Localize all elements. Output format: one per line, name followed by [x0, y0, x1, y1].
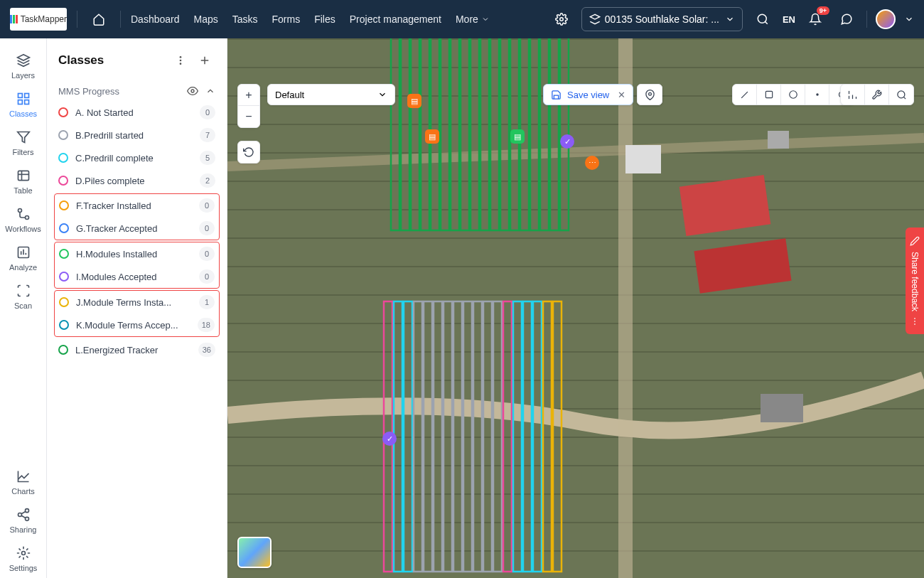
- table-icon: [16, 168, 31, 183]
- svg-point-83: [816, 93, 819, 96]
- class-item[interactable]: D.Piles complete2: [54, 169, 220, 192]
- class-label: D.Piles complete: [75, 176, 193, 186]
- rail-charts[interactable]: Charts: [9, 463, 38, 501]
- logo[interactable]: TaskMapper: [10, 8, 67, 31]
- chevron-down-icon[interactable]: [904, 14, 914, 24]
- nav-more[interactable]: More: [456, 14, 490, 25]
- nav-forms[interactable]: Forms: [272, 14, 301, 25]
- class-item[interactable]: L.Energized Tracker36: [54, 338, 220, 361]
- zoom-in-button[interactable]: +: [238, 85, 259, 106]
- svg-point-89: [897, 90, 904, 97]
- svg-rect-49: [490, 38, 499, 230]
- class-item[interactable]: A. Not Started0: [54, 101, 220, 124]
- class-count: 0: [199, 269, 215, 284]
- chat-icon[interactable]: [835, 8, 858, 31]
- layers-icon: [16, 53, 31, 68]
- line-tool-icon[interactable]: [733, 84, 757, 105]
- map-marker-more[interactable]: ⋯: [585, 156, 599, 170]
- share-icon: [16, 507, 31, 523]
- svg-rect-47: [471, 38, 479, 230]
- class-item[interactable]: J.Module Terms Insta...1: [55, 291, 219, 314]
- svg-point-0: [560, 18, 564, 21]
- dot-tool-icon[interactable]: [805, 84, 829, 105]
- class-item[interactable]: H.Modules Installed0: [55, 242, 219, 265]
- chevron-up-icon[interactable]: [205, 86, 215, 96]
- rail-table[interactable]: Table: [5, 162, 41, 200]
- funnel-icon: [16, 129, 31, 145]
- panel-title: Classes: [58, 53, 104, 68]
- svg-line-3: [765, 21, 767, 23]
- class-item[interactable]: I.Modules Accepted0: [55, 265, 219, 288]
- home-icon[interactable]: [87, 8, 110, 31]
- nav-dashboard[interactable]: Dashboard: [131, 14, 180, 25]
- rail-scan[interactable]: Scan: [5, 277, 41, 316]
- rail-classes[interactable]: Classes: [5, 85, 41, 124]
- svg-point-14: [25, 216, 28, 220]
- topbar: TaskMapper Dashboard Maps Tasks Forms Fi…: [0, 0, 924, 38]
- class-count: 0: [199, 221, 215, 235]
- search-tool-icon[interactable]: [889, 84, 913, 105]
- project-selector[interactable]: 00135 Southlake Solar: ...: [581, 7, 743, 31]
- svg-line-22: [21, 515, 26, 518]
- settings-gear-icon[interactable]: [550, 8, 573, 31]
- circle-tool-icon[interactable]: [781, 84, 805, 105]
- nav-project-management[interactable]: Project management: [350, 14, 441, 25]
- panel-menu-icon[interactable]: [170, 50, 191, 71]
- rail-workflows[interactable]: Workflows: [5, 200, 41, 239]
- language-selector[interactable]: EN: [783, 14, 795, 25]
- class-item[interactable]: B.Predrill started7: [54, 124, 220, 146]
- reset-rotation-button[interactable]: [238, 141, 259, 163]
- add-class-button[interactable]: [194, 50, 215, 71]
- rail-layers[interactable]: Layers: [5, 47, 41, 85]
- feedback-tab[interactable]: Share feedback ⋯: [906, 228, 924, 334]
- more-icon: ⋯: [910, 317, 920, 326]
- search-icon[interactable]: [751, 8, 774, 31]
- class-item[interactable]: C.Predrill complete5: [54, 146, 220, 169]
- map-marker-check[interactable]: ✓: [382, 432, 397, 446]
- rail-label: Scan: [14, 301, 32, 310]
- svg-rect-45: [451, 38, 459, 230]
- rail-filters[interactable]: Filters: [5, 124, 41, 162]
- rail-label: Sharing: [10, 525, 37, 534]
- wrench-tool-icon[interactable]: [865, 84, 889, 105]
- svg-rect-61: [424, 301, 432, 572]
- rail-sharing[interactable]: Sharing: [9, 501, 38, 540]
- svg-rect-65: [463, 301, 472, 572]
- save-view-button[interactable]: Save view ✕: [543, 84, 633, 105]
- adjust-tool-icon[interactable]: [841, 84, 865, 105]
- close-icon[interactable]: ✕: [618, 90, 625, 100]
- view-selector[interactable]: Default: [267, 84, 395, 105]
- nav-tasks[interactable]: Tasks: [232, 14, 258, 25]
- class-item[interactable]: G.Tracker Accepted0: [55, 217, 219, 240]
- svg-rect-10: [18, 171, 28, 180]
- eye-icon[interactable]: [187, 85, 198, 97]
- svg-point-20: [18, 513, 21, 517]
- rail-label: Layers: [11, 71, 35, 80]
- map-canvas[interactable]: ▤ ▤ ▤ ✓ ⋯ ✓ + − Default Save view ✕: [227, 38, 924, 578]
- rail-analyze[interactable]: Analyze: [5, 239, 41, 277]
- nav-files[interactable]: Files: [314, 14, 335, 25]
- linechart-icon: [16, 469, 31, 484]
- avatar[interactable]: [876, 9, 896, 29]
- square-tool-icon[interactable]: [757, 84, 781, 105]
- class-item[interactable]: F.Tracker Installed0: [55, 194, 219, 217]
- class-count: 0: [199, 247, 215, 261]
- map-marker-task[interactable]: ▤: [425, 129, 439, 144]
- map-marker-task[interactable]: ▤: [407, 94, 421, 108]
- class-swatch: [59, 272, 69, 282]
- basemap-toggle[interactable]: [237, 537, 272, 568]
- pencil-icon: [910, 236, 920, 246]
- rail-label: Settings: [9, 564, 38, 572]
- rail-settings[interactable]: Settings: [9, 540, 38, 578]
- class-item[interactable]: K.Module Terms Accep...18: [55, 314, 219, 336]
- svg-point-2: [758, 14, 766, 23]
- pin-tool-icon[interactable]: [638, 90, 662, 100]
- svg-rect-6: [24, 94, 28, 98]
- map-marker-task[interactable]: ▤: [510, 129, 525, 144]
- svg-rect-72: [533, 301, 542, 572]
- zoom-controls: + −: [237, 84, 260, 128]
- map-marker-check[interactable]: ✓: [560, 134, 574, 149]
- zoom-out-button[interactable]: −: [238, 106, 259, 127]
- nav-maps[interactable]: Maps: [194, 14, 218, 25]
- bell-icon[interactable]: 9+: [804, 8, 827, 31]
